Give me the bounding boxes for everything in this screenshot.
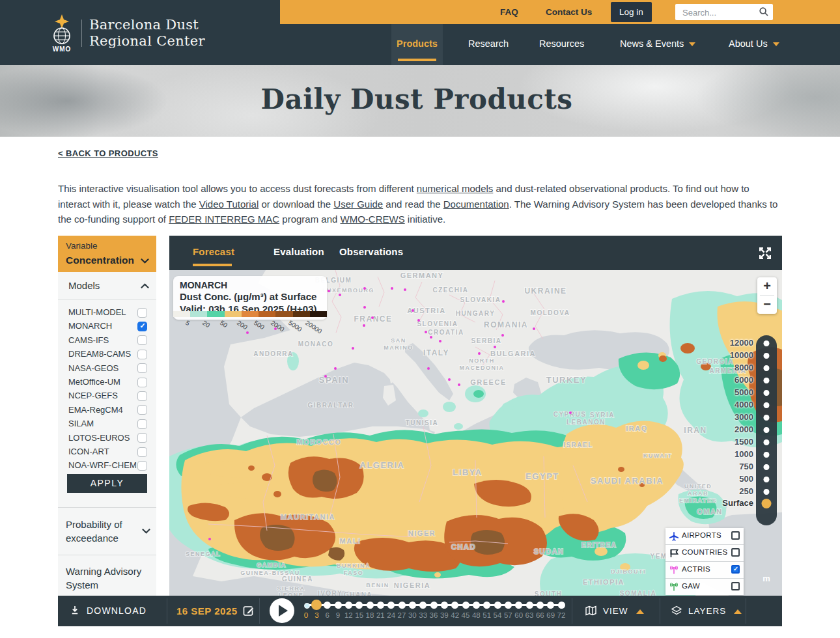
timeline-dot[interactable] <box>494 602 501 609</box>
intro-link[interactable]: Documentation <box>443 199 509 210</box>
elevation-dot[interactable] <box>764 365 770 371</box>
timeline-dot[interactable] <box>387 602 395 609</box>
model-row[interactable]: MULTI-MODEL <box>58 306 156 320</box>
model-row[interactable]: SILAM <box>58 417 156 431</box>
layers-button[interactable]: LAYERS <box>671 596 742 626</box>
timeline-dot[interactable] <box>304 603 310 609</box>
timeline-dot[interactable] <box>399 602 406 609</box>
layer-checkbox[interactable] <box>731 582 740 590</box>
layer-checkbox[interactable] <box>731 565 740 574</box>
intro-link[interactable]: User Guide <box>333 199 383 210</box>
actris-station-dot[interactable] <box>404 288 406 291</box>
elevation-dot-selected[interactable] <box>762 499 772 508</box>
model-row[interactable]: NCEP-GEFS <box>58 389 156 403</box>
timeline-dot[interactable] <box>345 602 352 609</box>
nav-item-news-events[interactable]: News & Events <box>620 24 695 65</box>
elevation-dot[interactable] <box>764 340 770 346</box>
actris-station-dot[interactable] <box>246 331 249 334</box>
apply-button[interactable]: APPLY <box>67 474 147 493</box>
back-to-products-link[interactable]: < BACK TO PRODUCTS <box>58 148 158 158</box>
model-checkbox[interactable] <box>137 350 147 359</box>
actris-station-dot[interactable] <box>339 294 341 296</box>
tab-evaluation[interactable]: Evaluation <box>273 236 324 270</box>
forecast-map[interactable]: GERMANYBELGIUMLUXEMBOURGCZECHIASLOVAKIAU… <box>169 270 782 596</box>
view-button[interactable]: VIEW <box>585 596 644 626</box>
wmo-logo[interactable]: WMO <box>47 14 77 52</box>
search-input[interactable] <box>681 5 761 20</box>
elevation-dot[interactable] <box>764 452 770 458</box>
model-checkbox[interactable] <box>137 322 147 331</box>
elevation-label[interactable]: 3000 <box>708 412 753 422</box>
actris-station-dot[interactable] <box>448 378 451 381</box>
timeline-dot[interactable] <box>377 602 384 609</box>
elevation-dot[interactable] <box>764 390 770 396</box>
elevation-dot[interactable] <box>764 464 770 470</box>
actris-station-dot[interactable] <box>371 316 374 319</box>
elevation-label[interactable]: 1500 <box>708 437 753 447</box>
layer-toggle-actris[interactable]: ACTRIS <box>665 562 744 579</box>
model-checkbox[interactable] <box>137 405 147 415</box>
model-row[interactable]: MetOffice-UM <box>58 376 156 389</box>
elevation-label[interactable]: 4000 <box>708 400 753 409</box>
timeline-dot[interactable] <box>473 602 480 609</box>
elevation-dot[interactable] <box>764 477 770 482</box>
elevation-dot[interactable] <box>764 415 770 421</box>
timeline-dot[interactable] <box>335 602 342 609</box>
actris-station-dot[interactable] <box>569 411 572 414</box>
elevation-label[interactable]: 2000 <box>708 424 753 434</box>
elevation-label[interactable]: 6000 <box>708 375 753 385</box>
site-title[interactable]: Barcelona Dust Regional Center <box>89 17 205 49</box>
actris-station-dot[interactable] <box>501 334 504 337</box>
intro-link[interactable]: Video Tutorial <box>199 199 259 210</box>
actris-station-dot[interactable] <box>430 336 432 339</box>
model-row[interactable]: DREAM8-CAMS <box>58 348 156 361</box>
model-checkbox[interactable] <box>137 447 147 457</box>
elevation-label[interactable]: 750 <box>708 462 753 471</box>
tab-observations[interactable]: Observations <box>339 236 403 270</box>
faq-link[interactable]: FAQ <box>500 0 518 24</box>
play-button[interactable] <box>270 598 294 623</box>
download-button[interactable]: DOWNLOAD <box>70 596 147 626</box>
actris-station-dot[interactable] <box>391 287 393 290</box>
nav-item-research[interactable]: Research <box>468 24 509 65</box>
model-row[interactable]: CAMS-IFS <box>58 334 156 348</box>
actris-station-dot[interactable] <box>417 319 420 322</box>
timeline-dot[interactable] <box>430 602 438 609</box>
model-checkbox[interactable] <box>137 461 147 471</box>
actris-station-dot[interactable] <box>363 287 366 290</box>
actris-station-dot[interactable] <box>494 346 496 348</box>
elevation-label-surface[interactable]: Surface <box>708 498 753 508</box>
model-checkbox[interactable] <box>137 419 147 429</box>
timeline-dot[interactable] <box>356 602 363 609</box>
actris-station-dot[interactable] <box>208 538 211 540</box>
model-row[interactable]: NASA-GEOS <box>58 362 156 376</box>
timeline-dot[interactable] <box>324 602 331 609</box>
elevation-dot[interactable] <box>764 489 770 495</box>
date-display[interactable]: 16 SEP 2025 <box>176 596 238 626</box>
layer-checkbox[interactable] <box>731 531 740 540</box>
actris-station-dot[interactable] <box>352 347 354 350</box>
timeline-dot[interactable] <box>419 602 427 609</box>
chevron-up-icon[interactable] <box>140 281 150 291</box>
actris-station-dot[interactable] <box>427 367 430 370</box>
warning-advisory-section[interactable]: Warning Advisory System <box>66 564 141 592</box>
timeline-dot[interactable] <box>409 602 416 609</box>
zoom-in-button[interactable]: + <box>757 277 777 295</box>
model-checkbox[interactable] <box>137 335 147 345</box>
layer-toggle-gaw[interactable]: GAW <box>665 579 744 595</box>
timeline-dot[interactable] <box>558 602 565 609</box>
search-icon[interactable] <box>759 7 769 17</box>
timeline-dot[interactable] <box>526 602 533 609</box>
model-row[interactable]: LOTOS-EUROS <box>58 432 156 445</box>
layer-checkbox[interactable] <box>731 548 740 557</box>
timeline-dot[interactable] <box>515 602 522 609</box>
timeline-dot[interactable] <box>462 602 469 609</box>
elevation-label[interactable]: 1000 <box>708 449 753 459</box>
timeline-dot[interactable] <box>451 602 458 609</box>
elevation-label[interactable]: 5000 <box>708 387 753 397</box>
variable-selector[interactable]: Variable Concentration <box>58 236 156 272</box>
layer-toggle-airports[interactable]: AIRPORTS <box>665 528 744 545</box>
model-checkbox[interactable] <box>137 378 147 387</box>
elevation-dot[interactable] <box>764 427 770 433</box>
timeline-dot[interactable] <box>537 602 544 609</box>
